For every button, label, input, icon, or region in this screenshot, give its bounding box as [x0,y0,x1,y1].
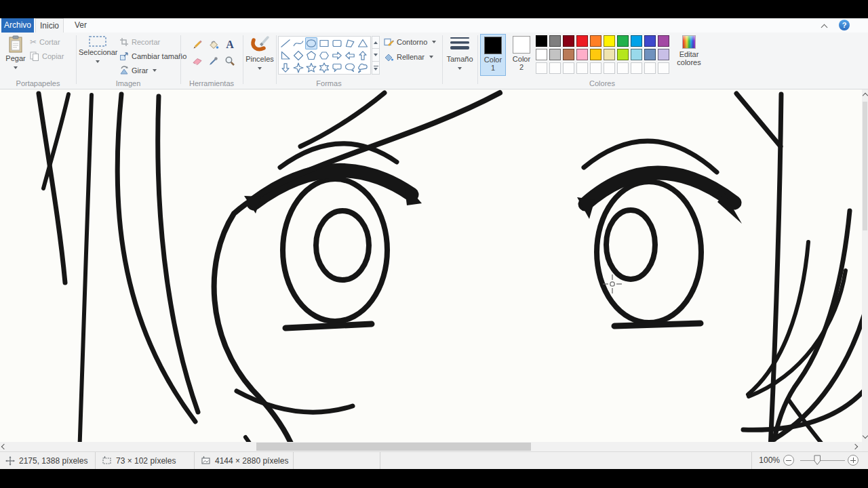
shape-callout-rounded[interactable] [331,62,343,74]
brushes-button[interactable]: Pinceles [245,34,275,72]
shape-rectangle[interactable] [318,37,330,49]
canvas-area[interactable] [0,89,862,442]
palette-swatch[interactable] [658,49,669,60]
shape-arrow-left[interactable] [344,49,356,62]
palette-swatch[interactable] [590,35,601,47]
tab-inicio[interactable]: Inicio [35,18,64,33]
palette-swatch[interactable] [644,35,656,47]
resize-button[interactable]: Cambiar tamaño [119,52,186,62]
palette-swatch-empty[interactable] [536,62,547,74]
scroll-right-icon[interactable] [852,444,858,449]
select-button[interactable]: Seleccionar [79,34,117,65]
palette-swatch[interactable] [576,49,588,60]
shapes-scroll-down-icon[interactable] [372,49,380,62]
scroll-down-icon[interactable] [863,433,868,439]
palette-swatch-empty[interactable] [644,62,656,74]
shapes-scroll-up-icon[interactable] [372,36,380,49]
palette-swatch[interactable] [576,35,588,47]
shape-rounded-rectangle[interactable] [331,37,343,49]
eraser-tool-button[interactable] [190,54,205,68]
shapes-more-icon[interactable] [372,62,380,75]
drawing-layer [39,93,862,442]
pencil-tool-button[interactable] [190,38,205,52]
rotate-label: Girar [132,66,148,75]
shape-pentagon[interactable] [305,49,317,62]
copy-button[interactable]: Copiar [30,52,64,62]
shape-line[interactable] [279,37,292,49]
palette-swatch[interactable] [536,49,547,60]
palette-swatch-empty[interactable] [563,62,574,74]
palette-swatch[interactable] [604,49,615,60]
outline-button[interactable]: Contorno [384,37,436,48]
palette-swatch-empty[interactable] [576,62,588,74]
horizontal-scrollbar[interactable] [0,442,862,451]
palette-swatch[interactable] [549,49,561,60]
horizontal-scroll-thumb[interactable] [256,443,531,451]
palette-swatch-empty[interactable] [604,62,615,74]
palette-swatch-empty[interactable] [658,62,669,74]
palette-swatch[interactable] [563,35,574,47]
shape-right-triangle[interactable] [279,49,292,62]
magnifier-icon [224,56,235,66]
shape-hexagon[interactable] [318,49,330,62]
shape-triangle[interactable] [357,37,369,49]
shape-star-6[interactable] [318,62,330,74]
palette-swatch-empty[interactable] [617,62,629,74]
zoom-in-button[interactable] [848,455,859,466]
zoom-slider-track[interactable] [800,460,845,462]
color-picker-tool-button[interactable] [206,54,221,68]
rotate-button[interactable]: Girar [119,66,157,77]
scroll-left-icon[interactable] [1,444,7,449]
cut-button[interactable]: ✂Cortar [30,37,60,48]
palette-swatch[interactable] [631,35,642,47]
palette-swatch[interactable] [617,49,629,60]
scroll-up-icon[interactable] [863,93,868,98]
palette-swatch[interactable] [617,35,629,47]
tab-ver[interactable]: Ver [68,18,94,33]
palette-swatch[interactable] [549,35,561,47]
paint-canvas[interactable] [0,89,862,442]
minimize-ribbon-icon[interactable] [822,24,827,29]
vertical-scrollbar[interactable] [862,89,868,442]
palette-swatch[interactable] [644,49,656,60]
eye-ellipse [597,182,701,323]
palette-swatch[interactable] [604,35,615,47]
fill-tool-button[interactable] [206,38,221,52]
eye-ellipse [283,179,387,321]
shape-arrow-up[interactable] [357,49,369,62]
zoom-out-button[interactable] [783,455,794,466]
crop-button[interactable]: Recortar [119,37,160,48]
shape-star-5[interactable] [305,62,317,74]
shape-arrow-down[interactable] [279,62,292,74]
palette-swatch-empty[interactable] [590,62,601,74]
color2-button[interactable]: Color 2 [509,34,534,76]
zoom-slider-thumb[interactable] [814,455,821,466]
tab-archivo[interactable]: Archivo [1,18,34,33]
size-dropdown-icon [458,67,462,70]
color1-button[interactable]: Color 1 [480,34,506,76]
palette-swatch-empty[interactable] [549,62,561,74]
palette-swatch[interactable] [631,49,642,60]
shape-callout-oval[interactable] [344,62,356,74]
palette-swatch[interactable] [536,35,547,47]
text-tool-button[interactable]: A [222,38,237,52]
palette-swatch-empty[interactable] [631,62,642,74]
shape-fill-button[interactable]: Rellenar [384,52,433,63]
shape-oval[interactable] [305,37,317,49]
palette-swatch[interactable] [563,49,574,60]
paste-button[interactable]: Pegar [3,34,28,71]
shape-curve[interactable] [292,37,304,49]
magnifier-tool-button[interactable] [222,54,237,68]
edit-colors-button[interactable]: Editar colores [673,34,705,66]
vertical-scroll-thumb[interactable] [863,102,867,230]
shape-callout-cloud[interactable] [357,62,369,74]
shape-arrow-right[interactable] [331,49,343,62]
status-separator [95,452,96,469]
shape-star-4[interactable] [292,62,304,74]
palette-swatch[interactable] [590,49,601,60]
shape-polygon[interactable] [344,37,356,49]
palette-swatch[interactable] [658,35,669,47]
size-button[interactable]: Tamaño [445,34,475,72]
help-icon[interactable]: ? [839,20,850,30]
shape-diamond[interactable] [292,49,304,62]
